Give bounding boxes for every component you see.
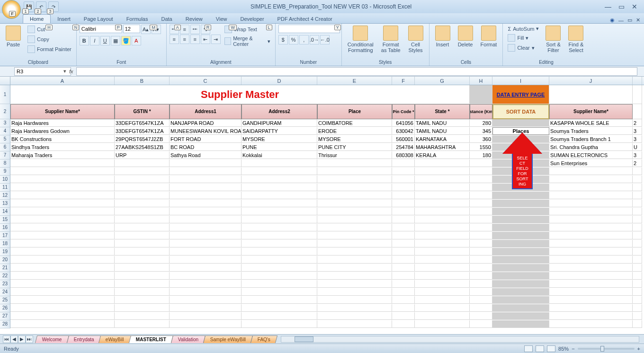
worksheet-grid[interactable]: A B C D E F G H I J 1 Supplier Master DA…	[0, 77, 644, 334]
copy-button[interactable]: Copy	[26, 35, 73, 44]
cell[interactable]: KASAPPA WHOLE SALE	[549, 119, 633, 127]
row-header-1[interactable]: 1	[0, 85, 10, 104]
cell[interactable]: NANJAPPA ROAD	[170, 119, 242, 127]
border-button[interactable]: ▦	[111, 36, 120, 45]
cell[interactable]: 29PQRST6547J2ZB	[115, 135, 170, 143]
cell[interactable]: Sathya Road	[170, 151, 242, 159]
number-format-select[interactable]	[278, 25, 340, 33]
cell[interactable]: TAMIL NADU	[415, 127, 470, 135]
sheet-nav-next[interactable]: ▶	[18, 335, 26, 343]
cell[interactable]: 345	[470, 127, 492, 135]
row-header-3[interactable]: 3	[0, 119, 10, 127]
col-header-g[interactable]: G	[415, 77, 470, 85]
decrease-decimal-button[interactable]: ←.0	[320, 35, 330, 44]
row-header-7[interactable]: 7	[0, 151, 10, 159]
row-header-5[interactable]: 5	[0, 135, 10, 143]
increase-indent-button[interactable]: ⇥	[211, 35, 221, 44]
sheet-tab-masterlist[interactable]: MASTERLIST	[129, 335, 173, 343]
minimize-button[interactable]: —	[603, 3, 613, 10]
cell[interactable]: Kokkalai	[242, 151, 317, 159]
insert-cells-button[interactable]: Insert	[432, 25, 453, 48]
page-break-view-button[interactable]	[547, 345, 555, 352]
cell[interactable]: Sri. Chandra Guptha	[549, 143, 633, 151]
cell[interactable]: 3	[633, 151, 642, 159]
row-header-16[interactable]: 16	[0, 224, 10, 232]
row-header-25[interactable]: 25	[0, 296, 10, 304]
conditional-formatting-button[interactable]: Conditional Formatting	[345, 25, 376, 54]
row-header-27[interactable]: 27	[0, 312, 10, 320]
cell[interactable]: ERODE	[317, 127, 392, 135]
col-header-e[interactable]: E	[317, 77, 392, 85]
cell[interactable]: 1550	[470, 143, 492, 151]
format-painter-button[interactable]: Format Painter	[26, 44, 73, 54]
row-header-21[interactable]: 21	[0, 264, 10, 272]
row-header-12[interactable]: 12	[0, 192, 10, 200]
row-header-22[interactable]: 22	[0, 272, 10, 280]
cell[interactable]: MUNEESWARAN KOVIL ROAD	[170, 127, 242, 135]
cell[interactable]: SUMAN ELECTRONICS	[549, 151, 633, 159]
cell[interactable]: 3	[633, 135, 642, 143]
qat-save[interactable]: 💾1	[24, 1, 34, 12]
cell[interactable]: PUNE CITY	[317, 143, 392, 151]
cell[interactable]: URP	[115, 151, 170, 159]
fill-color-button[interactable]: 🪣	[121, 36, 131, 45]
cell[interactable]: 33DEFGT6547K1ZA	[115, 127, 170, 135]
format-as-table-button[interactable]: Format as Table	[378, 25, 403, 54]
col-header-f[interactable]: F	[392, 77, 415, 85]
tab-review[interactable]: ReviewR	[179, 15, 209, 23]
font-color-button[interactable]: A	[132, 36, 141, 45]
find-select-button[interactable]: Find & Select	[565, 25, 586, 54]
col-header-k[interactable]	[633, 77, 642, 85]
doc-minimize[interactable]: —	[618, 18, 624, 23]
row-header-14[interactable]: 14	[0, 208, 10, 216]
bold-button[interactable]: B	[80, 36, 89, 45]
cell[interactable]: BK Constructions	[10, 135, 115, 143]
sort-filter-button[interactable]: Sort & Filter	[543, 25, 564, 54]
autosum-button[interactable]: Σ AutoSum ▾	[506, 25, 541, 33]
paste-button[interactable]: Paste	[3, 25, 24, 48]
scroll-thumb[interactable]	[295, 336, 313, 342]
row-header-28[interactable]: 28	[0, 320, 10, 328]
cell[interactable]: KARNATAKA	[415, 135, 470, 143]
cell[interactable]: 560001	[392, 135, 415, 143]
tab-pdf[interactable]: PDF Architect 4 CreatorY	[271, 15, 339, 23]
col-header-h[interactable]: H	[470, 77, 492, 85]
row-header-13[interactable]: 13	[0, 200, 10, 208]
cell[interactable]: COIMBATORE	[317, 119, 392, 127]
font-size-select[interactable]	[123, 25, 140, 33]
col-header-b[interactable]: B	[115, 77, 170, 85]
tab-view[interactable]: ViewW	[209, 15, 234, 23]
row-header-26[interactable]: 26	[0, 304, 10, 312]
row-header-18[interactable]: 18	[0, 240, 10, 248]
tab-data[interactable]: DataA	[154, 15, 179, 23]
sheet-nav-first[interactable]: ⏮	[3, 335, 10, 343]
cell[interactable]: Soumya Traders Branch 1	[549, 135, 633, 143]
cell[interactable]: Sindhya Traders	[10, 143, 115, 151]
sheet-tab-sample[interactable]: Sample eWayBill	[203, 335, 253, 343]
formula-input[interactable]	[76, 67, 637, 76]
cell[interactable]: KERALA	[415, 151, 470, 159]
cell[interactable]: MAHARASHTRA	[415, 143, 470, 151]
cell[interactable]: BC ROAD	[170, 143, 242, 151]
sheet-nav-prev[interactable]: ◀	[10, 335, 18, 343]
office-button[interactable]: F	[2, 0, 21, 19]
sheet-tab-validation[interactable]: Validation	[171, 335, 206, 343]
help-icon[interactable]: ◉	[610, 17, 615, 23]
doc-close[interactable]: ✕	[636, 17, 640, 23]
row-header-15[interactable]: 15	[0, 216, 10, 224]
col-header-c[interactable]: C	[170, 77, 242, 85]
horizontal-scrollbar[interactable]	[281, 336, 639, 343]
row-header-23[interactable]: 23	[0, 280, 10, 288]
increase-decimal-button[interactable]: .0→	[310, 35, 319, 44]
cell[interactable]: GANDHIPURAM	[242, 119, 317, 127]
page-layout-view-button[interactable]	[536, 345, 544, 352]
name-box[interactable]	[14, 67, 71, 76]
zoom-thumb[interactable]	[600, 346, 604, 352]
tab-developer[interactable]: DeveloperL	[233, 15, 270, 23]
data-entry-page-link[interactable]: DATA ENTRY PAGE	[492, 85, 549, 104]
namebox-dropdown[interactable]: ▾	[63, 68, 66, 74]
cell[interactable]: PUNE	[242, 143, 317, 151]
percent-button[interactable]: %	[289, 35, 298, 44]
col-header-d[interactable]: D	[242, 77, 317, 85]
sheet-tab-ewaybill[interactable]: eWayBill	[98, 335, 131, 343]
